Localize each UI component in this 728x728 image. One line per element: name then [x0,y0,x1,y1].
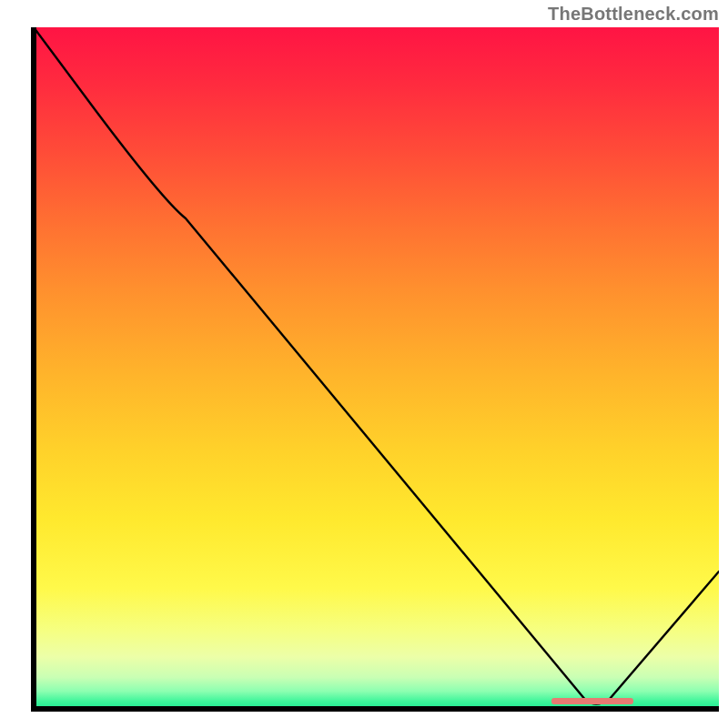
chart-container: { "watermark": "TheBottleneck.com", "cha… [0,0,728,728]
background-gradient [31,27,719,712]
optimal-marker [551,698,633,704]
plot-area [31,27,719,712]
watermark-text: TheBottleneck.com [548,4,719,25]
